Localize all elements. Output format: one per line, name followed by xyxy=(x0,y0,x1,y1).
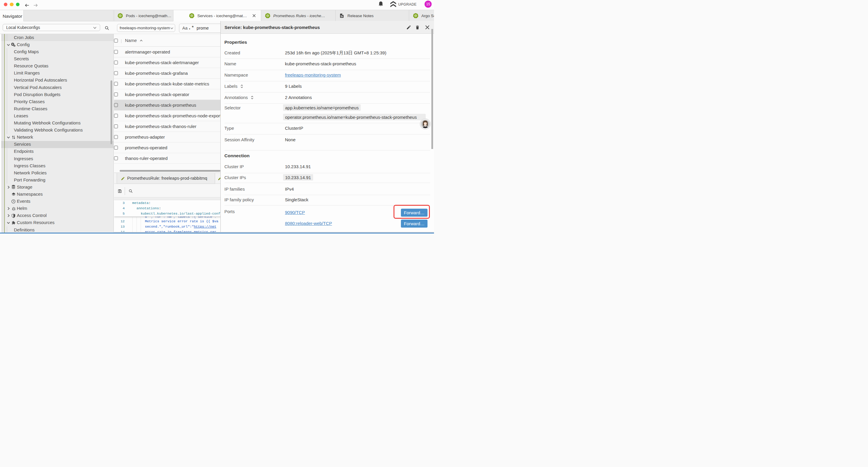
svg-text:HELM: HELM xyxy=(12,208,15,209)
